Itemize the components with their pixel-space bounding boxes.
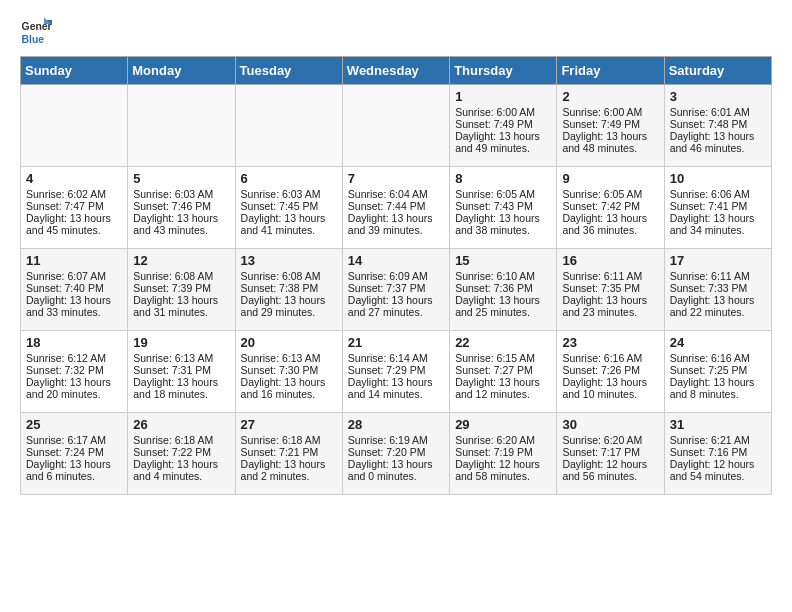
- calendar-cell: 26Sunrise: 6:18 AMSunset: 7:22 PMDayligh…: [128, 413, 235, 495]
- day-info: Sunrise: 6:04 AM: [348, 188, 444, 200]
- day-info: and 33 minutes.: [26, 306, 122, 318]
- day-header-thursday: Thursday: [450, 57, 557, 85]
- day-info: Daylight: 13 hours: [133, 294, 229, 306]
- day-info: and 8 minutes.: [670, 388, 766, 400]
- day-info: Daylight: 13 hours: [241, 294, 337, 306]
- day-info: Sunrise: 6:05 AM: [562, 188, 658, 200]
- day-info: Sunset: 7:43 PM: [455, 200, 551, 212]
- day-header-monday: Monday: [128, 57, 235, 85]
- day-info: and 34 minutes.: [670, 224, 766, 236]
- calendar-cell: 31Sunrise: 6:21 AMSunset: 7:16 PMDayligh…: [664, 413, 771, 495]
- day-number: 22: [455, 335, 551, 350]
- day-info: Daylight: 12 hours: [562, 458, 658, 470]
- day-number: 14: [348, 253, 444, 268]
- day-info: Sunrise: 6:18 AM: [133, 434, 229, 446]
- day-info: Sunrise: 6:21 AM: [670, 434, 766, 446]
- day-info: Sunset: 7:32 PM: [26, 364, 122, 376]
- day-info: Sunset: 7:19 PM: [455, 446, 551, 458]
- day-info: Sunrise: 6:13 AM: [133, 352, 229, 364]
- day-info: Sunset: 7:45 PM: [241, 200, 337, 212]
- calendar-cell: 13Sunrise: 6:08 AMSunset: 7:38 PMDayligh…: [235, 249, 342, 331]
- day-info: and 25 minutes.: [455, 306, 551, 318]
- day-info: and 38 minutes.: [455, 224, 551, 236]
- calendar-cell: 10Sunrise: 6:06 AMSunset: 7:41 PMDayligh…: [664, 167, 771, 249]
- day-info: Daylight: 13 hours: [26, 212, 122, 224]
- day-info: Sunrise: 6:20 AM: [562, 434, 658, 446]
- day-number: 27: [241, 417, 337, 432]
- day-number: 6: [241, 171, 337, 186]
- day-info: Sunset: 7:26 PM: [562, 364, 658, 376]
- day-info: Sunset: 7:35 PM: [562, 282, 658, 294]
- day-info: Sunrise: 6:06 AM: [670, 188, 766, 200]
- calendar-cell: 14Sunrise: 6:09 AMSunset: 7:37 PMDayligh…: [342, 249, 449, 331]
- day-info: Daylight: 13 hours: [133, 212, 229, 224]
- day-info: Sunset: 7:21 PM: [241, 446, 337, 458]
- day-info: Sunrise: 6:16 AM: [670, 352, 766, 364]
- calendar-cell: 8Sunrise: 6:05 AMSunset: 7:43 PMDaylight…: [450, 167, 557, 249]
- day-info: and 0 minutes.: [348, 470, 444, 482]
- day-info: Sunrise: 6:11 AM: [670, 270, 766, 282]
- day-header-saturday: Saturday: [664, 57, 771, 85]
- day-number: 30: [562, 417, 658, 432]
- day-number: 10: [670, 171, 766, 186]
- day-info: Daylight: 13 hours: [670, 130, 766, 142]
- day-number: 28: [348, 417, 444, 432]
- calendar-week-5: 25Sunrise: 6:17 AMSunset: 7:24 PMDayligh…: [21, 413, 772, 495]
- day-info: Daylight: 13 hours: [133, 376, 229, 388]
- day-info: Daylight: 13 hours: [133, 458, 229, 470]
- day-info: and 43 minutes.: [133, 224, 229, 236]
- calendar-cell: 6Sunrise: 6:03 AMSunset: 7:45 PMDaylight…: [235, 167, 342, 249]
- day-info: Sunrise: 6:10 AM: [455, 270, 551, 282]
- day-info: and 45 minutes.: [26, 224, 122, 236]
- calendar-week-3: 11Sunrise: 6:07 AMSunset: 7:40 PMDayligh…: [21, 249, 772, 331]
- calendar-week-1: 1Sunrise: 6:00 AMSunset: 7:49 PMDaylight…: [21, 85, 772, 167]
- day-info: Sunset: 7:37 PM: [348, 282, 444, 294]
- day-info: Daylight: 12 hours: [670, 458, 766, 470]
- day-info: and 58 minutes.: [455, 470, 551, 482]
- calendar-cell: 27Sunrise: 6:18 AMSunset: 7:21 PMDayligh…: [235, 413, 342, 495]
- day-info: and 41 minutes.: [241, 224, 337, 236]
- day-info: Sunset: 7:49 PM: [562, 118, 658, 130]
- day-info: and 14 minutes.: [348, 388, 444, 400]
- day-number: 24: [670, 335, 766, 350]
- day-info: Daylight: 13 hours: [562, 130, 658, 142]
- day-info: Daylight: 13 hours: [455, 130, 551, 142]
- calendar-cell: 2Sunrise: 6:00 AMSunset: 7:49 PMDaylight…: [557, 85, 664, 167]
- day-number: 20: [241, 335, 337, 350]
- calendar-cell: 15Sunrise: 6:10 AMSunset: 7:36 PMDayligh…: [450, 249, 557, 331]
- day-info: and 36 minutes.: [562, 224, 658, 236]
- day-info: Sunset: 7:41 PM: [670, 200, 766, 212]
- day-number: 5: [133, 171, 229, 186]
- day-info: and 49 minutes.: [455, 142, 551, 154]
- day-number: 31: [670, 417, 766, 432]
- day-info: and 18 minutes.: [133, 388, 229, 400]
- calendar-cell: 28Sunrise: 6:19 AMSunset: 7:20 PMDayligh…: [342, 413, 449, 495]
- calendar-cell: 11Sunrise: 6:07 AMSunset: 7:40 PMDayligh…: [21, 249, 128, 331]
- calendar-cell: 29Sunrise: 6:20 AMSunset: 7:19 PMDayligh…: [450, 413, 557, 495]
- day-info: Sunrise: 6:07 AM: [26, 270, 122, 282]
- calendar-cell: 5Sunrise: 6:03 AMSunset: 7:46 PMDaylight…: [128, 167, 235, 249]
- day-info: Sunrise: 6:20 AM: [455, 434, 551, 446]
- calendar-cell: 18Sunrise: 6:12 AMSunset: 7:32 PMDayligh…: [21, 331, 128, 413]
- day-info: Daylight: 13 hours: [455, 376, 551, 388]
- day-number: 7: [348, 171, 444, 186]
- calendar-cell: 23Sunrise: 6:16 AMSunset: 7:26 PMDayligh…: [557, 331, 664, 413]
- logo-icon: GeneralBlue: [20, 16, 52, 48]
- day-info: and 10 minutes.: [562, 388, 658, 400]
- day-info: Daylight: 13 hours: [348, 376, 444, 388]
- day-info: Sunrise: 6:03 AM: [241, 188, 337, 200]
- calendar-cell: 30Sunrise: 6:20 AMSunset: 7:17 PMDayligh…: [557, 413, 664, 495]
- day-info: Sunrise: 6:12 AM: [26, 352, 122, 364]
- calendar-cell: 21Sunrise: 6:14 AMSunset: 7:29 PMDayligh…: [342, 331, 449, 413]
- calendar-week-4: 18Sunrise: 6:12 AMSunset: 7:32 PMDayligh…: [21, 331, 772, 413]
- day-info: Sunrise: 6:19 AM: [348, 434, 444, 446]
- day-number: 26: [133, 417, 229, 432]
- day-info: Daylight: 13 hours: [348, 458, 444, 470]
- day-number: 3: [670, 89, 766, 104]
- calendar-week-2: 4Sunrise: 6:02 AMSunset: 7:47 PMDaylight…: [21, 167, 772, 249]
- day-info: and 23 minutes.: [562, 306, 658, 318]
- calendar-cell: 9Sunrise: 6:05 AMSunset: 7:42 PMDaylight…: [557, 167, 664, 249]
- calendar-cell: 17Sunrise: 6:11 AMSunset: 7:33 PMDayligh…: [664, 249, 771, 331]
- day-number: 21: [348, 335, 444, 350]
- day-info: Sunrise: 6:09 AM: [348, 270, 444, 282]
